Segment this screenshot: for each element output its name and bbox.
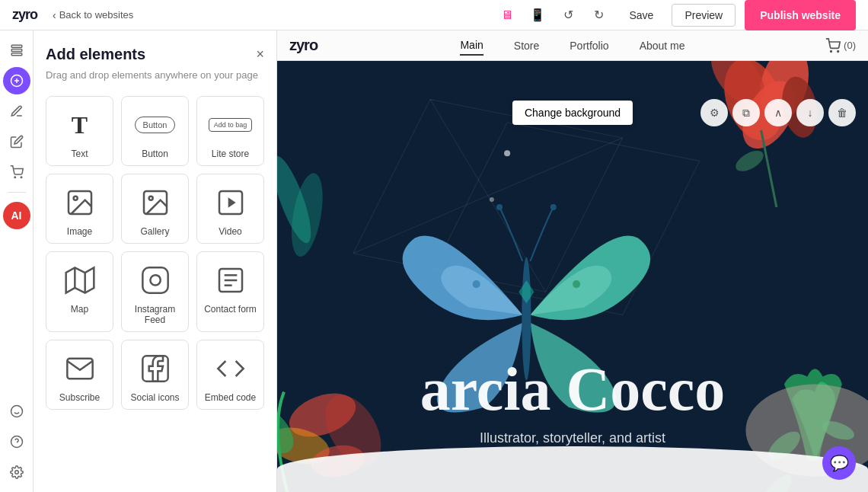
nav-item-store[interactable]: Store <box>514 37 539 55</box>
svg-point-51 <box>504 150 510 156</box>
text-element-icon: T <box>57 106 103 144</box>
hero-subtitle: Illustrator, storyteller, and artist <box>277 430 868 446</box>
mobile-view-button[interactable]: 📱 <box>525 3 550 27</box>
topbar-icons: 🖥 📱 ↺ ↻ <box>495 3 611 27</box>
svg-rect-2 <box>11 53 22 56</box>
instagram-element-icon <box>132 261 178 299</box>
main-row: AI Add elements × Drag and drop elements… <box>0 30 868 492</box>
back-arrow-icon: ‹ <box>53 9 56 21</box>
element-instagram[interactable]: Instagram Feed <box>121 251 189 332</box>
canvas-nav: zyro Main Store Portfolio About me (0) <box>277 30 868 61</box>
contactform-element-label: Contact form <box>204 304 257 315</box>
element-contactform[interactable]: Contact form <box>196 251 264 332</box>
socialicons-element-icon <box>132 350 178 388</box>
svg-rect-31 <box>142 356 168 381</box>
subscribe-element-icon <box>57 350 103 388</box>
svg-rect-0 <box>11 45 22 47</box>
element-litestore[interactable]: Add to bag Lite store <box>196 96 264 166</box>
embedcode-element-icon <box>208 350 254 388</box>
map-element-label: Map <box>71 304 88 315</box>
svg-point-6 <box>14 177 16 178</box>
elements-grid: T Text Button Button Add to bag Lite sto… <box>46 96 264 410</box>
image-element-label: Image <box>67 226 92 237</box>
back-to-websites[interactable]: ‹ Back to websites <box>53 9 133 21</box>
sidebar-icons: AI <box>0 30 34 492</box>
element-gallery[interactable]: Gallery <box>121 174 189 244</box>
change-background-button[interactable]: Change background <box>512 101 633 125</box>
svg-point-13 <box>14 471 18 474</box>
svg-point-57 <box>573 280 580 288</box>
sidebar-item-pen[interactable] <box>3 97 30 125</box>
svg-point-33 <box>838 50 839 52</box>
canvas-toolbar: ⚙ ⧉ ∧ ↓ 🗑 <box>700 99 856 126</box>
socialicons-element-label: Social icons <box>130 392 179 403</box>
svg-marker-20 <box>228 197 235 207</box>
panel-subtitle: Drag and drop elements anywhere on your … <box>46 69 264 81</box>
sidebar-item-smiley[interactable] <box>3 398 30 425</box>
element-socialicons[interactable]: Social icons <box>121 340 189 410</box>
element-subscribe[interactable]: Subscribe <box>46 340 113 410</box>
image-element-icon <box>57 184 103 222</box>
element-map[interactable]: Map <box>46 251 113 332</box>
desktop-view-button[interactable]: 🖥 <box>495 3 519 27</box>
video-element-label: Video <box>219 226 241 237</box>
wave-bottom <box>277 446 868 492</box>
undo-button[interactable]: ↺ <box>556 3 580 27</box>
video-element-icon <box>208 184 254 222</box>
litestore-element-label: Lite store <box>212 149 249 159</box>
element-video[interactable]: Video <box>196 174 264 244</box>
svg-point-17 <box>148 196 152 200</box>
subscribe-element-label: Subscribe <box>59 392 100 403</box>
preview-canvas: zyro Main Store Portfolio About me (0) <box>277 30 868 492</box>
nav-item-aboutme[interactable]: About me <box>640 37 685 55</box>
delete-tool-button[interactable]: 🗑 <box>828 99 856 126</box>
svg-point-56 <box>473 280 480 288</box>
text-element-label: Text <box>71 149 88 159</box>
instagram-element-label: Instagram Feed <box>128 304 182 325</box>
sidebar-item-store[interactable] <box>3 158 30 186</box>
sidebar-item-layers[interactable] <box>3 37 30 64</box>
svg-rect-24 <box>142 267 168 292</box>
element-image[interactable]: Image <box>46 174 113 244</box>
element-button[interactable]: Button Button <box>121 96 189 166</box>
settings-tool-button[interactable]: ⚙ <box>700 99 728 126</box>
canvas-logo: zyro <box>289 37 318 54</box>
gallery-element-label: Gallery <box>140 226 169 237</box>
svg-point-55 <box>550 204 557 210</box>
element-embedcode[interactable]: Embed code <box>196 340 264 410</box>
element-text[interactable]: T Text <box>46 96 113 166</box>
sidebar-item-settings[interactable] <box>3 458 30 486</box>
publish-button[interactable]: Publish website <box>745 0 856 30</box>
svg-point-15 <box>73 196 77 200</box>
cart-area[interactable]: (0) <box>825 38 856 53</box>
sidebar-item-edit[interactable] <box>3 128 30 155</box>
topbar: zyro ‹ Back to websites 🖥 📱 ↺ ↻ Save Pre… <box>0 0 868 30</box>
panel-close-button[interactable]: × <box>256 46 264 62</box>
down-tool-button[interactable]: ↓ <box>796 99 824 126</box>
embedcode-element-label: Embed code <box>205 392 256 403</box>
canvas-background: Change background ⚙ ⧉ ∧ ↓ 🗑 arcia Cocco … <box>277 61 868 492</box>
svg-point-52 <box>490 197 494 202</box>
button-element-label: Button <box>142 149 168 159</box>
litestore-element-icon: Add to bag <box>208 106 254 144</box>
nav-item-main[interactable]: Main <box>460 36 483 56</box>
svg-point-32 <box>831 50 832 52</box>
svg-marker-21 <box>65 267 94 292</box>
copy-tool-button[interactable]: ⧉ <box>732 99 760 126</box>
sidebar-item-ai[interactable]: AI <box>3 202 30 229</box>
nav-item-portfolio[interactable]: Portfolio <box>570 37 608 55</box>
svg-rect-1 <box>11 50 22 52</box>
chat-bubble[interactable]: 💬 <box>822 446 856 480</box>
hero-text-container: arcia Cocco Illustrator, storyteller, an… <box>277 355 868 446</box>
sidebar-item-elements[interactable] <box>3 67 30 94</box>
sidebar-item-help[interactable] <box>3 428 30 455</box>
contactform-element-icon <box>208 261 254 299</box>
gallery-element-icon <box>132 184 178 222</box>
panel-title: Add elements <box>46 46 145 63</box>
redo-button[interactable]: ↻ <box>586 3 611 27</box>
sidebar-divider <box>8 192 26 193</box>
map-element-icon <box>57 261 103 299</box>
preview-button[interactable]: Preview <box>672 4 736 27</box>
up-tool-button[interactable]: ∧ <box>764 99 792 126</box>
save-button[interactable]: Save <box>620 5 662 26</box>
